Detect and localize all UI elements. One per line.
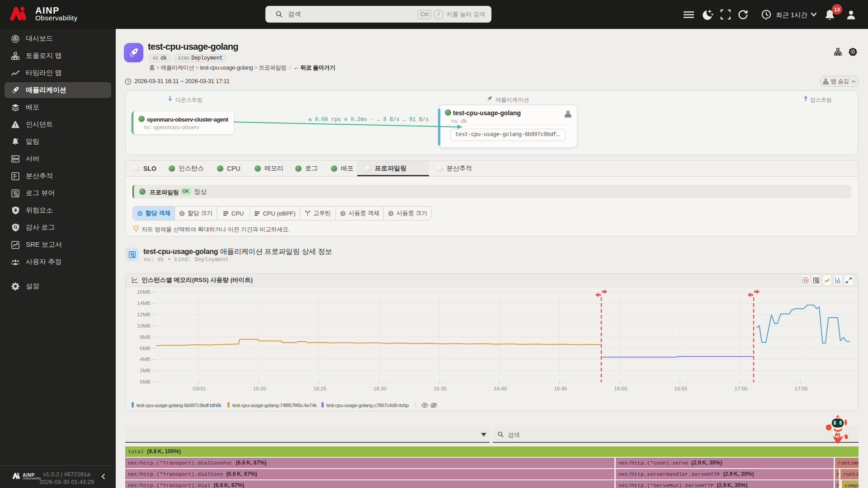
- svg-text:12MB: 12MB: [137, 312, 151, 317]
- svg-text:4MB: 4MB: [140, 357, 151, 362]
- svg-text:2MB: 2MB: [140, 368, 151, 373]
- svg-text:16:40: 16:40: [494, 386, 507, 391]
- svg-text:0MB: 0MB: [140, 379, 151, 385]
- svg-text:16:55: 16:55: [675, 386, 688, 391]
- svg-text:14MB: 14MB: [137, 300, 151, 306]
- svg-text:17:00: 17:00: [735, 386, 748, 391]
- svg-text:03/31: 03/31: [193, 386, 206, 391]
- svg-text:6MB: 6MB: [140, 346, 151, 351]
- svg-text:10MB: 10MB: [137, 323, 151, 328]
- svg-text:16:20: 16:20: [253, 386, 266, 391]
- svg-text:16MB: 16MB: [137, 289, 151, 295]
- svg-text:16:45: 16:45: [554, 386, 567, 391]
- svg-text:16:30: 16:30: [373, 386, 387, 391]
- svg-text:8MB: 8MB: [140, 334, 151, 340]
- svg-text:16:50: 16:50: [614, 386, 627, 391]
- svg-text:16:35: 16:35: [434, 386, 447, 391]
- svg-text:17:05: 17:05: [795, 386, 808, 391]
- svg-text:16:25: 16:25: [313, 386, 326, 391]
